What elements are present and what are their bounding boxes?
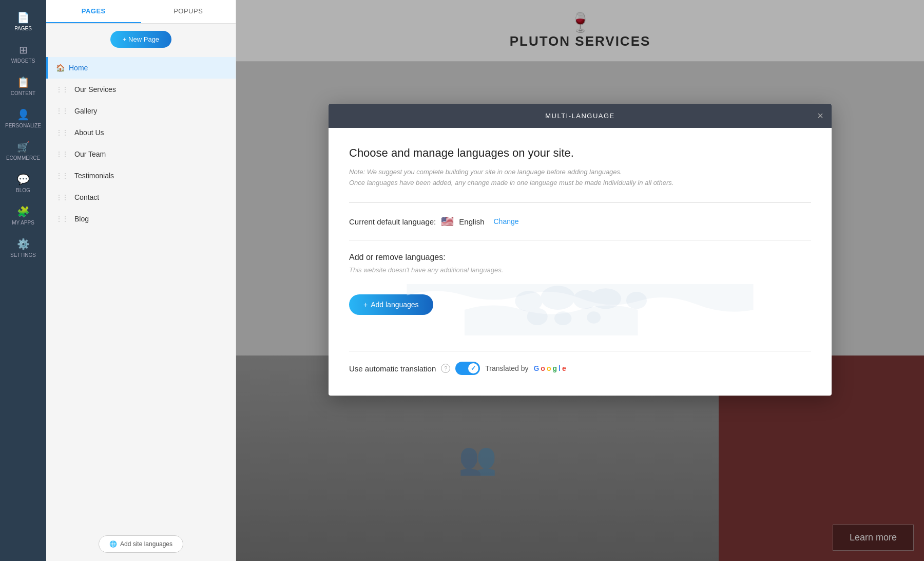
translated-by-text: Translated by xyxy=(485,364,528,372)
modal-overlay: MULTI-LANGUAGE × Choose and manage langu… xyxy=(236,0,924,561)
sidebar-item-personalize[interactable]: 👤 PERSONALIZE xyxy=(0,102,46,135)
pages-icon: 📄 xyxy=(17,11,30,24)
page-item-label: Home xyxy=(69,64,88,72)
modal-title: MULTI-LANGUAGE xyxy=(545,112,615,120)
current-language-label: Current default language: xyxy=(349,217,436,226)
toggle-thumb: ✓ xyxy=(468,363,478,373)
auto-translation-row: Use automatic translation ? ✓ Translated… xyxy=(349,362,811,375)
content-icon: 📋 xyxy=(17,76,30,88)
drag-handle-icon: ⋮⋮ xyxy=(56,151,68,158)
google-translate-label: Translated by Google xyxy=(485,364,566,372)
settings-icon: ⚙️ xyxy=(17,238,30,250)
tab-popups[interactable]: POPUPS xyxy=(141,0,236,23)
sidebar-item-blog[interactable]: 💬 BLOG xyxy=(0,167,46,199)
modal-body: Choose and manage languages on your site… xyxy=(329,128,832,396)
page-list: 🏠 Home ⋮⋮ Our Services ⋮⋮ Gallery ⋮⋮ Abo… xyxy=(46,55,236,529)
world-map-bg xyxy=(349,284,811,335)
modal-heading: Choose and manage languages on your site… xyxy=(349,146,811,160)
toggle-check-icon: ✓ xyxy=(471,365,476,372)
ecommerce-icon: 🛒 xyxy=(17,141,30,153)
widgets-icon: ⊞ xyxy=(19,44,28,56)
svg-point-5 xyxy=(527,308,548,325)
page-item-label: Our Team xyxy=(74,150,106,158)
drag-handle-icon: ⋮⋮ xyxy=(56,194,68,201)
page-item-label: Contact xyxy=(74,193,99,201)
flag-icon: 🇺🇸 xyxy=(441,215,454,228)
page-item-gallery[interactable]: ⋮⋮ Gallery xyxy=(46,100,236,122)
myapps-icon: 🧩 xyxy=(17,205,30,218)
page-item-about-us[interactable]: ⋮⋮ About Us xyxy=(46,122,236,143)
modal-divider-2 xyxy=(349,351,811,351)
sidebar-item-label: SETTINGS xyxy=(10,252,36,258)
pages-panel: PAGES POPUPS + New Page 🏠 Home ⋮⋮ Our Se… xyxy=(46,0,236,561)
drag-handle-icon: ⋮⋮ xyxy=(56,86,68,93)
sidebar-item-label: BLOG xyxy=(16,188,30,193)
modal-note: Note: We suggest you complete building y… xyxy=(349,167,811,189)
page-item-our-team[interactable]: ⋮⋮ Our Team xyxy=(46,143,236,165)
sidebar-item-ecommerce[interactable]: 🛒 ECOMMERCE xyxy=(0,135,46,167)
svg-point-4 xyxy=(626,292,647,309)
page-item-label: Testimonials xyxy=(74,172,114,180)
multi-language-modal: MULTI-LANGUAGE × Choose and manage langu… xyxy=(329,104,832,396)
add-site-languages-button[interactable]: 🌐 Add site languages xyxy=(99,535,183,553)
sidebar: 📄 PAGES ⊞ WIDGETS 📋 CONTENT 👤 PERSONALIZ… xyxy=(0,0,46,561)
help-icon[interactable]: ? xyxy=(441,364,450,373)
home-icon: 🏠 xyxy=(56,64,65,72)
toggle-track: ✓ xyxy=(455,362,480,375)
modal-divider-1 xyxy=(349,202,811,203)
main-area: 🍷 PLUTON SERVICES 👥 Learn more MULTI-LAN… xyxy=(236,0,924,561)
add-site-languages-label: Add site languages xyxy=(120,540,172,548)
svg-point-1 xyxy=(541,286,575,310)
globe-icon: 🌐 xyxy=(109,540,117,548)
page-item-label: Blog xyxy=(74,215,89,223)
auto-translation-label: Use automatic translation xyxy=(349,364,436,373)
sidebar-item-label: CONTENT xyxy=(11,90,35,96)
page-item-home[interactable]: 🏠 Home xyxy=(46,57,236,79)
page-item-blog[interactable]: ⋮⋮ Blog xyxy=(46,208,236,230)
page-item-label: Our Services xyxy=(74,85,116,93)
modal-close-button[interactable]: × xyxy=(817,110,823,121)
page-item-label: Gallery xyxy=(74,107,97,115)
page-item-label: About Us xyxy=(74,128,104,137)
map-background: + Add languages xyxy=(349,284,811,335)
sidebar-item-settings[interactable]: ⚙️ SETTINGS xyxy=(0,232,46,264)
auto-translation-toggle[interactable]: ✓ xyxy=(455,362,480,375)
sidebar-item-pages[interactable]: 📄 PAGES xyxy=(0,5,46,38)
page-item-our-services[interactable]: ⋮⋮ Our Services xyxy=(46,79,236,100)
sidebar-item-label: PAGES xyxy=(14,26,32,31)
drag-handle-icon: ⋮⋮ xyxy=(56,172,68,179)
new-page-button[interactable]: + New Page xyxy=(110,31,171,48)
drag-handle-icon: ⋮⋮ xyxy=(56,107,68,115)
change-language-link[interactable]: Change xyxy=(494,217,519,226)
sidebar-item-widgets[interactable]: ⊞ WIDGETS xyxy=(0,38,46,70)
blog-icon: 💬 xyxy=(17,173,30,185)
modal-note-line1: Note: We suggest you complete building y… xyxy=(349,168,622,176)
sidebar-item-myapps[interactable]: 🧩 MY APPS xyxy=(0,199,46,232)
personalize-icon: 👤 xyxy=(17,108,30,121)
add-remove-subtitle: This website doesn't have any additional… xyxy=(349,266,811,274)
sidebar-item-label: ECOMMERCE xyxy=(6,155,40,161)
sidebar-item-label: WIDGETS xyxy=(11,58,35,64)
pages-tabs: PAGES POPUPS xyxy=(46,0,236,24)
drag-handle-icon: ⋮⋮ xyxy=(56,215,68,222)
drag-handle-icon: ⋮⋮ xyxy=(56,129,68,136)
sidebar-item-label: PERSONALIZE xyxy=(5,123,41,128)
add-remove-section: Add or remove languages: This website do… xyxy=(349,253,811,335)
svg-point-7 xyxy=(587,312,601,324)
svg-point-3 xyxy=(590,289,621,309)
language-name: English xyxy=(459,217,484,226)
page-item-contact[interactable]: ⋮⋮ Contact xyxy=(46,186,236,208)
modal-note-line2: Once languages have been added, any chan… xyxy=(349,179,673,186)
current-language-row: Current default language: 🇺🇸 English Cha… xyxy=(349,215,811,240)
sidebar-item-label: MY APPS xyxy=(12,220,34,226)
page-item-testimonials[interactable]: ⋮⋮ Testimonials xyxy=(46,165,236,186)
tab-pages[interactable]: PAGES xyxy=(46,0,141,23)
modal-header: MULTI-LANGUAGE × xyxy=(329,104,832,128)
add-remove-title: Add or remove languages: xyxy=(349,253,811,262)
sidebar-item-content[interactable]: 📋 CONTENT xyxy=(0,70,46,102)
svg-point-6 xyxy=(554,312,571,326)
